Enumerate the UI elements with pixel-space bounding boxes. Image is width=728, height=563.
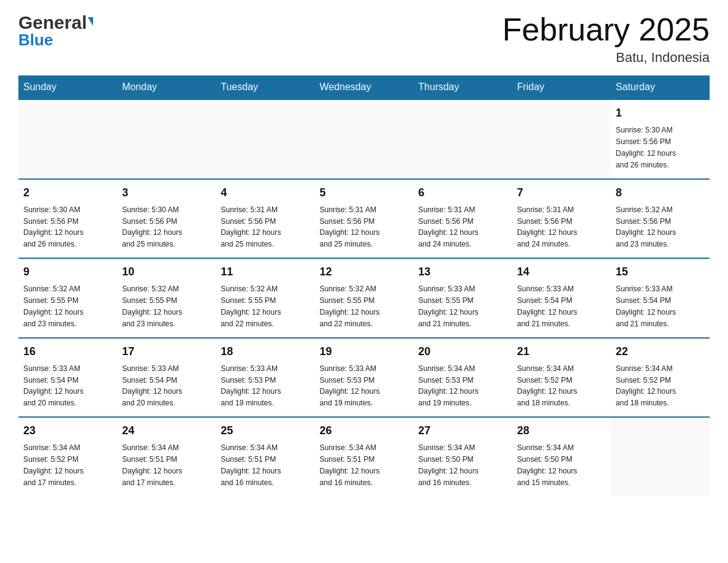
day-info: Sunrise: 5:31 AM Sunset: 5:56 PM Dayligh…	[419, 204, 507, 251]
day-number: 21	[517, 343, 606, 361]
day-info: Sunrise: 5:32 AM Sunset: 5:56 PM Dayligh…	[616, 204, 705, 251]
weekday-header-sunday: Sunday	[18, 75, 117, 99]
day-info: Sunrise: 5:33 AM Sunset: 5:54 PM Dayligh…	[122, 363, 211, 410]
day-info: Sunrise: 5:34 AM Sunset: 5:53 PM Dayligh…	[419, 363, 507, 410]
calendar-cell: 18Sunrise: 5:33 AM Sunset: 5:53 PM Dayli…	[216, 338, 314, 418]
calendar-cell: 22Sunrise: 5:34 AM Sunset: 5:52 PM Dayli…	[611, 338, 710, 418]
weekday-header-friday: Friday	[512, 75, 611, 99]
day-number: 12	[319, 264, 408, 281]
day-number: 16	[23, 343, 112, 361]
day-number: 25	[221, 423, 309, 440]
calendar-cell: 1Sunrise: 5:30 AM Sunset: 5:56 PM Daylig…	[611, 99, 710, 179]
calendar-cell: 16Sunrise: 5:33 AM Sunset: 5:54 PM Dayli…	[18, 338, 117, 418]
day-number: 7	[517, 185, 606, 202]
calendar-cell: 14Sunrise: 5:33 AM Sunset: 5:54 PM Dayli…	[512, 258, 611, 338]
day-info: Sunrise: 5:34 AM Sunset: 5:51 PM Dayligh…	[221, 442, 309, 489]
calendar-cell: 3Sunrise: 5:30 AM Sunset: 5:56 PM Daylig…	[117, 179, 216, 259]
calendar-cell: 7Sunrise: 5:31 AM Sunset: 5:56 PM Daylig…	[512, 179, 611, 259]
day-info: Sunrise: 5:32 AM Sunset: 5:55 PM Dayligh…	[319, 283, 408, 330]
calendar-cell: 28Sunrise: 5:34 AM Sunset: 5:50 PM Dayli…	[512, 417, 611, 496]
calendar-cell	[512, 99, 611, 179]
day-number: 27	[419, 423, 507, 440]
calendar-cell: 6Sunrise: 5:31 AM Sunset: 5:56 PM Daylig…	[414, 179, 512, 259]
month-title: February 2025	[502, 12, 710, 47]
day-number: 15	[616, 264, 705, 281]
day-info: Sunrise: 5:32 AM Sunset: 5:55 PM Dayligh…	[122, 283, 211, 330]
calendar-cell: 11Sunrise: 5:32 AM Sunset: 5:55 PM Dayli…	[216, 258, 314, 338]
day-info: Sunrise: 5:31 AM Sunset: 5:56 PM Dayligh…	[221, 204, 309, 251]
day-number: 20	[419, 343, 507, 361]
day-info: Sunrise: 5:34 AM Sunset: 5:50 PM Dayligh…	[517, 442, 606, 489]
calendar-cell	[18, 99, 117, 179]
day-number: 18	[221, 343, 309, 361]
day-number: 24	[122, 423, 211, 440]
location-text: Batu, Indonesia	[502, 50, 710, 66]
calendar-cell: 12Sunrise: 5:32 AM Sunset: 5:55 PM Dayli…	[314, 258, 413, 338]
title-block: February 2025 Batu, Indonesia	[502, 12, 710, 66]
calendar-cell	[611, 417, 710, 496]
calendar-cell: 5Sunrise: 5:31 AM Sunset: 5:56 PM Daylig…	[314, 179, 413, 259]
calendar-week-row: 9Sunrise: 5:32 AM Sunset: 5:55 PM Daylig…	[18, 258, 710, 338]
calendar-cell: 24Sunrise: 5:34 AM Sunset: 5:51 PM Dayli…	[117, 417, 216, 496]
day-info: Sunrise: 5:33 AM Sunset: 5:53 PM Dayligh…	[221, 363, 309, 410]
day-number: 9	[23, 264, 112, 281]
day-info: Sunrise: 5:33 AM Sunset: 5:55 PM Dayligh…	[419, 283, 507, 330]
day-info: Sunrise: 5:33 AM Sunset: 5:54 PM Dayligh…	[23, 363, 112, 410]
weekday-header-thursday: Thursday	[414, 75, 512, 99]
weekday-header-row: SundayMondayTuesdayWednesdayThursdayFrid…	[18, 75, 710, 99]
logo-general-text: General	[18, 12, 87, 33]
day-info: Sunrise: 5:30 AM Sunset: 5:56 PM Dayligh…	[616, 124, 705, 171]
logo: General Blue	[18, 12, 93, 50]
day-number: 22	[616, 343, 705, 361]
day-number: 1	[616, 105, 705, 122]
calendar-cell: 13Sunrise: 5:33 AM Sunset: 5:55 PM Dayli…	[414, 258, 512, 338]
weekday-header-monday: Monday	[117, 75, 216, 99]
calendar-cell: 15Sunrise: 5:33 AM Sunset: 5:54 PM Dayli…	[611, 258, 710, 338]
calendar-cell	[216, 99, 314, 179]
day-info: Sunrise: 5:30 AM Sunset: 5:56 PM Dayligh…	[23, 204, 112, 251]
day-info: Sunrise: 5:30 AM Sunset: 5:56 PM Dayligh…	[122, 204, 211, 251]
calendar-cell: 26Sunrise: 5:34 AM Sunset: 5:51 PM Dayli…	[314, 417, 413, 496]
day-info: Sunrise: 5:34 AM Sunset: 5:52 PM Dayligh…	[616, 363, 705, 410]
logo-arrow-icon	[88, 17, 93, 26]
day-number: 3	[122, 185, 211, 202]
day-info: Sunrise: 5:32 AM Sunset: 5:55 PM Dayligh…	[221, 283, 309, 330]
calendar-week-row: 2Sunrise: 5:30 AM Sunset: 5:56 PM Daylig…	[18, 179, 710, 259]
calendar-cell: 21Sunrise: 5:34 AM Sunset: 5:52 PM Dayli…	[512, 338, 611, 418]
weekday-header-saturday: Saturday	[611, 75, 710, 99]
day-number: 2	[23, 185, 112, 202]
day-info: Sunrise: 5:33 AM Sunset: 5:54 PM Dayligh…	[616, 283, 705, 330]
calendar-cell	[314, 99, 413, 179]
day-info: Sunrise: 5:34 AM Sunset: 5:50 PM Dayligh…	[419, 442, 507, 489]
logo-blue-text: Blue	[18, 31, 53, 50]
calendar-cell: 4Sunrise: 5:31 AM Sunset: 5:56 PM Daylig…	[216, 179, 314, 259]
day-info: Sunrise: 5:33 AM Sunset: 5:53 PM Dayligh…	[319, 363, 408, 410]
calendar-week-row: 23Sunrise: 5:34 AM Sunset: 5:52 PM Dayli…	[18, 417, 710, 496]
calendar-cell: 2Sunrise: 5:30 AM Sunset: 5:56 PM Daylig…	[18, 179, 117, 259]
day-number: 8	[616, 185, 705, 202]
day-number: 28	[517, 423, 606, 440]
day-info: Sunrise: 5:34 AM Sunset: 5:51 PM Dayligh…	[319, 442, 408, 489]
day-number: 10	[122, 264, 211, 281]
day-number: 5	[319, 185, 408, 202]
day-number: 11	[221, 264, 309, 281]
day-number: 19	[319, 343, 408, 361]
day-info: Sunrise: 5:31 AM Sunset: 5:56 PM Dayligh…	[517, 204, 606, 251]
calendar-cell: 20Sunrise: 5:34 AM Sunset: 5:53 PM Dayli…	[414, 338, 512, 418]
calendar-cell: 25Sunrise: 5:34 AM Sunset: 5:51 PM Dayli…	[216, 417, 314, 496]
calendar-cell	[414, 99, 512, 179]
day-info: Sunrise: 5:33 AM Sunset: 5:54 PM Dayligh…	[517, 283, 606, 330]
calendar-cell	[117, 99, 216, 179]
day-info: Sunrise: 5:32 AM Sunset: 5:55 PM Dayligh…	[23, 283, 112, 330]
day-info: Sunrise: 5:34 AM Sunset: 5:51 PM Dayligh…	[122, 442, 211, 489]
calendar-week-row: 16Sunrise: 5:33 AM Sunset: 5:54 PM Dayli…	[18, 338, 710, 418]
day-info: Sunrise: 5:31 AM Sunset: 5:56 PM Dayligh…	[319, 204, 408, 251]
day-number: 23	[23, 423, 112, 440]
day-info: Sunrise: 5:34 AM Sunset: 5:52 PM Dayligh…	[23, 442, 112, 489]
calendar-table: SundayMondayTuesdayWednesdayThursdayFrid…	[18, 75, 710, 496]
calendar-cell: 23Sunrise: 5:34 AM Sunset: 5:52 PM Dayli…	[18, 417, 117, 496]
day-number: 13	[419, 264, 507, 281]
weekday-header-wednesday: Wednesday	[314, 75, 413, 99]
day-number: 14	[517, 264, 606, 281]
calendar-cell: 10Sunrise: 5:32 AM Sunset: 5:55 PM Dayli…	[117, 258, 216, 338]
